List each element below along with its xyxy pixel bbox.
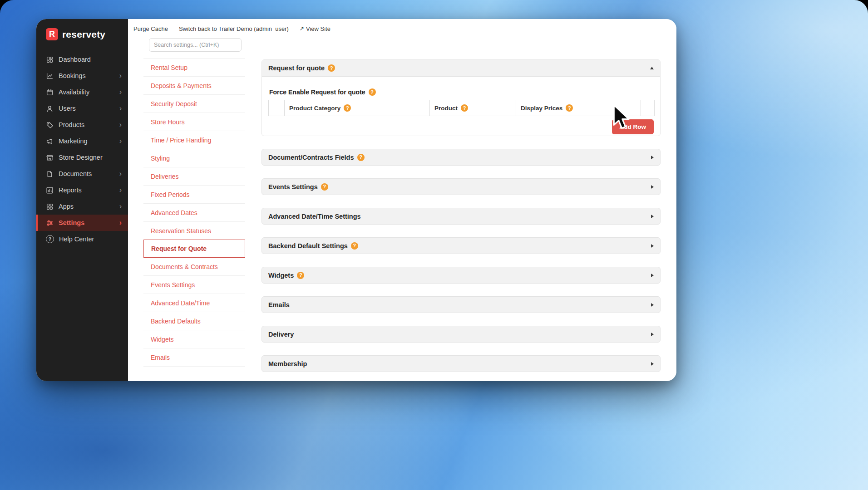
help-badge-icon[interactable]: ? — [461, 104, 468, 112]
help-badge-icon[interactable]: ? — [566, 104, 573, 112]
table-header-display-prices: Display Prices ? — [516, 100, 641, 116]
help-badge-icon[interactable]: ? — [297, 272, 304, 279]
help-circle-icon: ? — [46, 235, 54, 243]
settings-search-input[interactable] — [149, 38, 242, 52]
accordion-label: Widgets — [268, 272, 294, 279]
sidebar-item-help-center[interactable]: ? Help Center — [36, 231, 128, 247]
settings-nav-item-store-hours[interactable]: Store Hours — [143, 113, 245, 131]
add-row-container: Add Row — [268, 119, 654, 134]
chevron-right-icon: › — [119, 105, 122, 112]
calendar-icon — [46, 88, 54, 96]
bookings-icon — [46, 72, 54, 80]
settings-content: Request for quote ? Force Enable Request… — [252, 38, 676, 381]
accordion-emails[interactable]: Emails — [261, 296, 661, 313]
sidebar-item-label: Help Center — [59, 235, 94, 243]
accordion-widgets[interactable]: Widgets ? — [261, 267, 661, 284]
sidebar-item-bookings[interactable]: Bookings › — [36, 68, 128, 84]
help-badge-icon[interactable]: ? — [357, 154, 365, 161]
settings-nav-item-deliveries[interactable]: Deliveries — [143, 167, 245, 186]
accordion-label: Advanced Date/Time Settings — [268, 213, 361, 220]
sidebar-item-label: Users — [59, 105, 76, 112]
settings-nav-item-time-price-handling[interactable]: Time / Price Handling — [143, 131, 245, 149]
sidebar-item-apps[interactable]: Apps › — [36, 198, 128, 215]
accordion-advanced-date-time-settings[interactable]: Advanced Date/Time Settings — [261, 208, 661, 225]
sidebar-item-label: Marketing — [59, 137, 88, 145]
accordion-label: Document/Contracts Fields — [268, 154, 354, 161]
settings-nav-item-request-for-quote[interactable]: Request for Quote — [143, 240, 245, 258]
accordion-membership[interactable]: Membership — [261, 355, 661, 372]
accordion-label: Events Settings — [268, 183, 318, 191]
settings-nav-item-documents-contracts[interactable]: Documents & Contracts — [143, 258, 245, 276]
settings-nav-item-fixed-periods[interactable]: Fixed Periods — [143, 186, 245, 204]
table-header-product-category: Product Category ? — [285, 100, 430, 116]
help-badge-icon[interactable]: ? — [344, 104, 351, 112]
brand-logo[interactable]: R reservety — [36, 19, 128, 40]
accordion-label: Delivery — [268, 331, 294, 338]
chevron-right-icon — [651, 244, 654, 248]
chevron-up-icon — [650, 67, 654, 69]
settings-nav-item-widgets[interactable]: Widgets — [143, 330, 245, 348]
sidebar-item-label: Availability — [59, 88, 89, 96]
add-row-button[interactable]: Add Row — [612, 119, 654, 134]
external-link-icon: ↗ — [300, 25, 304, 32]
chevron-right-icon: › — [119, 88, 122, 96]
app-window: R reservety Dashboard Bookings › Availab… — [36, 19, 676, 381]
user-icon — [46, 105, 54, 113]
sidebar-item-availability[interactable]: Availability › — [36, 84, 128, 100]
sidebar-item-documents[interactable]: Documents › — [36, 166, 128, 182]
help-badge-icon[interactable]: ? — [351, 242, 358, 250]
column-label: Product Category — [289, 105, 340, 112]
request-for-quote-panel: Force Enable Request for quote ? Product… — [262, 77, 660, 136]
sidebar-item-label: Products — [59, 121, 84, 128]
view-site-label: View Site — [306, 25, 330, 32]
accordion-document-contracts-fields[interactable]: Document/Contracts Fields ? — [261, 149, 661, 166]
purge-cache-link[interactable]: Purge Cache — [133, 25, 168, 32]
sidebar-item-settings[interactable]: Settings › — [36, 215, 128, 231]
accordion-header-request-for-quote[interactable]: Request for quote ? — [262, 60, 660, 77]
rfq-products-table: Product Category ? Product ? — [268, 100, 655, 116]
chevron-right-icon: › — [119, 219, 122, 226]
accordion-label: Emails — [268, 301, 290, 309]
sidebar-item-dashboard[interactable]: Dashboard — [36, 51, 128, 68]
help-badge-icon[interactable]: ? — [328, 64, 335, 72]
chevron-right-icon — [651, 156, 654, 159]
settings-nav-item-backend-defaults[interactable]: Backend Defaults — [143, 312, 245, 330]
settings-nav-item-advanced-dates[interactable]: Advanced Dates — [143, 204, 245, 222]
chevron-right-icon: › — [119, 137, 122, 145]
settings-nav-list: Rental Setup Deposits & Payments Securit… — [143, 58, 245, 367]
sidebar-item-reports[interactable]: Reports › — [36, 182, 128, 198]
chevron-right-icon: › — [119, 203, 122, 210]
table-select-column-header — [269, 100, 285, 116]
sidebar-item-marketing[interactable]: Marketing › — [36, 133, 128, 149]
sidebar-item-users[interactable]: Users › — [36, 100, 128, 117]
chevron-right-icon: › — [119, 186, 122, 194]
help-badge-icon[interactable]: ? — [369, 88, 376, 96]
accordion-events-settings[interactable]: Events Settings ? — [261, 178, 661, 195]
settings-nav-item-security-deposit[interactable]: Security Deposit — [143, 95, 245, 113]
table-actions-column-header — [641, 100, 655, 116]
settings-nav-item-advanced-date-time[interactable]: Advanced Date/Time — [143, 294, 245, 312]
accordion-label: Request for quote — [268, 64, 325, 72]
view-site-link[interactable]: ↗ View Site — [300, 25, 330, 32]
chevron-right-icon — [651, 303, 654, 307]
settings-nav-item-reservation-statuses[interactable]: Reservation Statuses — [143, 222, 245, 240]
megaphone-icon — [46, 137, 54, 145]
accordion-backend-default-settings[interactable]: Backend Default Settings ? — [261, 237, 661, 254]
document-icon — [46, 170, 54, 178]
settings-nav-item-events-settings[interactable]: Events Settings — [143, 276, 245, 294]
help-badge-icon[interactable]: ? — [321, 183, 328, 191]
settings-nav-item-rental-setup[interactable]: Rental Setup — [143, 59, 245, 77]
chevron-right-icon: › — [119, 72, 122, 79]
accordion-delivery[interactable]: Delivery — [261, 326, 661, 343]
sidebar-item-store-designer[interactable]: Store Designer — [36, 149, 128, 166]
settings-nav-item-styling[interactable]: Styling — [143, 149, 245, 167]
sidebar-item-products[interactable]: Products › — [36, 117, 128, 133]
sidebar-nav: Dashboard Bookings › Availability › User… — [36, 51, 128, 247]
settings-nav: Rental Setup Deposits & Payments Securit… — [128, 38, 252, 381]
bar-chart-icon — [46, 186, 54, 194]
chevron-right-icon — [651, 185, 654, 189]
switch-back-link[interactable]: Switch back to Trailer Demo (admin_user) — [179, 25, 289, 32]
settings-nav-item-emails[interactable]: Emails — [143, 348, 245, 367]
sidebar-item-label: Settings — [59, 219, 84, 226]
settings-nav-item-deposits-payments[interactable]: Deposits & Payments — [143, 77, 245, 95]
